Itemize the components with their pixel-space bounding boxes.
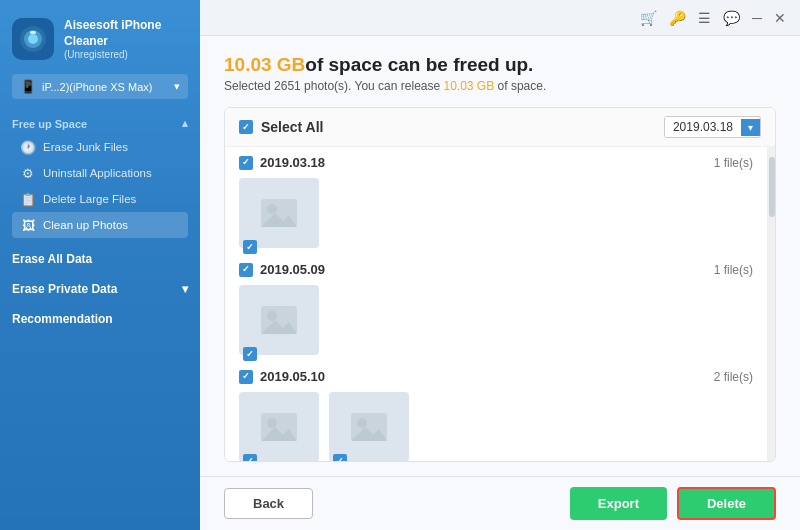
phone-icon: 📱	[20, 79, 36, 94]
back-button[interactable]: Back	[224, 488, 313, 519]
files-icon: 📋	[20, 191, 36, 207]
svg-rect-3	[30, 31, 36, 34]
sub-amount: 10.03 GB	[444, 79, 495, 93]
close-icon[interactable]: ✕	[774, 10, 786, 26]
svg-point-14	[357, 418, 367, 428]
date-filter-value: 2019.03.18	[665, 117, 741, 137]
sub-part2: of space.	[494, 79, 546, 93]
photo-list-container: Select All 2019.03.18 ▾ 2019.03.18	[224, 107, 776, 462]
sidebar-item-uninstall-apps[interactable]: ⚙ Uninstall Applications	[12, 160, 188, 186]
device-name: iP...2)(iPhone XS Max)	[42, 81, 152, 93]
photo-thumb-wrap-4	[329, 392, 409, 461]
group2-checkbox[interactable]	[239, 263, 253, 277]
group2-files: 1 file(s)	[714, 263, 753, 277]
photo-thumb-wrap-2	[239, 285, 319, 355]
group1-checkbox[interactable]	[239, 156, 253, 170]
sidebar: Aiseesoft iPhone Cleaner (Unregistered) …	[0, 0, 200, 530]
subheadline: Selected 2651 photo(s). You can release …	[224, 79, 776, 93]
photo-thumb-2[interactable]	[239, 285, 319, 355]
app-title-block: Aiseesoft iPhone Cleaner (Unregistered)	[64, 18, 161, 60]
group2-date: 2019.05.09	[260, 262, 325, 277]
select-all-checkbox[interactable]	[239, 120, 253, 134]
photo-thumb-4[interactable]	[329, 392, 409, 461]
group3-files: 2 file(s)	[714, 370, 753, 384]
sidebar-section-freeup: Free up Space ▴ 🕐 Erase Junk Files ⚙ Uni…	[0, 109, 200, 242]
thumb4-checkbox[interactable]	[333, 454, 347, 461]
sidebar-item-erase-private[interactable]: Erase Private Data ▾	[0, 272, 200, 302]
svg-point-5	[267, 204, 277, 214]
photo-thumb-wrap-3	[239, 392, 319, 461]
sidebar-item-erase-junk[interactable]: 🕐 Erase Junk Files	[12, 134, 188, 160]
bottom-right-buttons: Export Delete	[570, 487, 776, 520]
group3-thumbs	[239, 392, 753, 461]
bottom-bar: Back Export Delete	[200, 476, 800, 530]
chevron-up-icon: ▴	[182, 117, 188, 130]
photo-list-inner: 2019.03.18 1 file(s)	[225, 147, 775, 461]
thumb4-checkbox-wrap	[333, 454, 347, 461]
content-area: 10.03 GBof space can be freed up. Select…	[200, 36, 800, 476]
photo-thumb-3[interactable]	[239, 392, 319, 461]
chevron-down-icon: ▾	[174, 80, 180, 93]
sidebar-item-clean-photos[interactable]: 🖼 Clean up Photos	[12, 212, 188, 238]
scrollbar-thumb[interactable]	[769, 157, 775, 217]
menu-icon[interactable]: ☰	[698, 10, 711, 26]
thumb3-checkbox-wrap	[243, 454, 257, 461]
sidebar-header: Aiseesoft iPhone Cleaner (Unregistered)	[0, 0, 200, 74]
group3-date: 2019.05.10	[260, 369, 325, 384]
app-title-line1: Aiseesoft iPhone	[64, 18, 161, 34]
sidebar-item-recommendation[interactable]: Recommendation	[0, 302, 200, 332]
svg-point-2	[28, 34, 38, 44]
date-filter-dropdown[interactable]: 2019.03.18 ▾	[664, 116, 761, 138]
svg-point-8	[267, 311, 277, 321]
select-all-label: Select All	[261, 119, 324, 135]
thumb3-checkbox[interactable]	[243, 454, 257, 461]
scrollbar-track[interactable]	[767, 147, 775, 461]
sidebar-section-freeup-title: Free up Space ▴	[12, 117, 188, 130]
delete-button[interactable]: Delete	[677, 487, 776, 520]
thumb1-checkbox[interactable]	[243, 240, 257, 254]
photo-group-1: 2019.03.18 1 file(s)	[239, 155, 753, 248]
chat-icon[interactable]: 💬	[723, 10, 740, 26]
sidebar-item-delete-large[interactable]: 📋 Delete Large Files	[12, 186, 188, 212]
sidebar-item-clean-label: Clean up Photos	[43, 219, 128, 231]
app-logo	[12, 18, 54, 60]
main-content: 🛒 🔑 ☰ 💬 ─ ✕ 10.03 GBof space can be free…	[200, 0, 800, 530]
select-all-row: Select All 2019.03.18 ▾	[225, 108, 775, 147]
thumb1-checkbox-wrap	[243, 240, 257, 254]
minimize-icon[interactable]: ─	[752, 10, 762, 26]
key-icon[interactable]: 🔑	[669, 10, 686, 26]
export-button[interactable]: Export	[570, 487, 667, 520]
sidebar-item-erase-all[interactable]: Erase All Data	[0, 242, 200, 272]
device-selector[interactable]: 📱 iP...2)(iPhone XS Max) ▾	[12, 74, 188, 99]
photo-scroll[interactable]: 2019.03.18 1 file(s)	[225, 147, 767, 461]
photo-group-3: 2019.05.10 2 file(s)	[239, 369, 753, 461]
sidebar-item-uninstall-label: Uninstall Applications	[43, 167, 152, 179]
group2-thumbs	[239, 285, 753, 355]
cart-icon[interactable]: 🛒	[640, 10, 657, 26]
photo-thumb-1[interactable]	[239, 178, 319, 248]
app-title-line2: Cleaner	[64, 34, 161, 50]
headline-text: of space can be freed up.	[305, 54, 533, 75]
topbar: 🛒 🔑 ☰ 💬 ─ ✕	[200, 0, 800, 36]
chevron-down-icon-private: ▾	[182, 282, 188, 296]
group1-thumbs	[239, 178, 753, 248]
headline: 10.03 GBof space can be freed up.	[224, 54, 776, 76]
date-dropdown-arrow[interactable]: ▾	[741, 119, 760, 136]
photo-thumb-wrap-1	[239, 178, 319, 248]
sidebar-item-erase-junk-label: Erase Junk Files	[43, 141, 128, 153]
clock-icon: 🕐	[20, 139, 36, 155]
photo-group-2: 2019.05.09 1 file(s)	[239, 262, 753, 355]
app-subtitle: (Unregistered)	[64, 49, 161, 60]
sidebar-item-delete-label: Delete Large Files	[43, 193, 136, 205]
thumb2-checkbox-wrap	[243, 347, 257, 361]
group1-files: 1 file(s)	[714, 156, 753, 170]
headline-size: 10.03 GB	[224, 54, 305, 75]
group3-checkbox[interactable]	[239, 370, 253, 384]
group1-date: 2019.03.18	[260, 155, 325, 170]
gear-icon: ⚙	[20, 165, 36, 181]
photo-icon: 🖼	[20, 217, 36, 233]
sub-part1: Selected 2651 photo(s). You can release	[224, 79, 444, 93]
thumb2-checkbox[interactable]	[243, 347, 257, 361]
svg-point-11	[267, 418, 277, 428]
